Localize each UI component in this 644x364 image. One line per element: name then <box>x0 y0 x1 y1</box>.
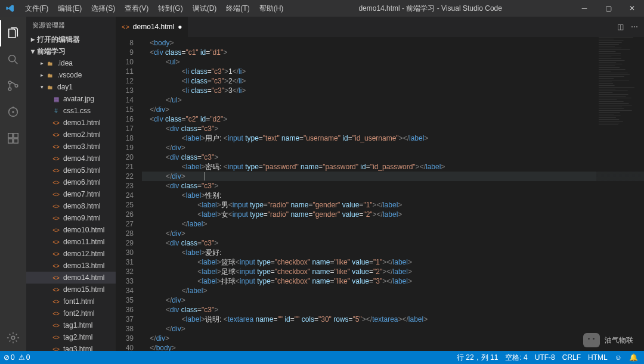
svg-rect-15 <box>599 44 619 45</box>
svg-rect-7 <box>14 133 18 138</box>
tree-row[interactable]: ▦avatar.jpg <box>26 93 116 105</box>
svg-rect-25 <box>599 62 616 63</box>
status-warnings[interactable]: ⚠ 0 <box>18 353 30 362</box>
svg-point-0 <box>9 55 16 62</box>
status-eol[interactable]: CRLF <box>562 353 581 362</box>
status-errors[interactable]: ⊘ 0 <box>4 353 15 362</box>
minimize-button[interactable]: ─ <box>572 0 596 17</box>
extensions-icon[interactable] <box>0 125 26 151</box>
html-icon: <> <box>51 166 61 175</box>
svg-rect-13 <box>599 41 623 41</box>
svg-rect-58 <box>599 121 623 122</box>
svg-rect-20 <box>599 53 621 54</box>
tree-row[interactable]: ▸🖿.idea <box>26 57 116 69</box>
open-editors-section[interactable]: ▸打开的编辑器 <box>26 33 116 45</box>
tree-row[interactable]: #css1.css <box>26 105 116 117</box>
tree-row[interactable]: <>demo2.html <box>26 129 116 141</box>
file-label: demo13.html <box>63 262 104 270</box>
menu-item[interactable]: 帮助(H) <box>255 0 289 17</box>
tree-row[interactable]: <>demo12.html <box>26 248 116 260</box>
menu-item[interactable]: 选择(S) <box>86 0 120 17</box>
source-control-icon[interactable] <box>0 73 26 99</box>
html-icon: <> <box>51 189 61 199</box>
html-icon: <> <box>51 118 61 127</box>
tab-label: demo14.html <box>133 23 174 31</box>
tree-row[interactable]: ▾🖿day1 <box>26 81 116 93</box>
svg-rect-47 <box>599 101 624 102</box>
tree-row[interactable]: <>demo13.html <box>26 260 116 272</box>
svg-point-4 <box>9 108 18 117</box>
tree-row[interactable]: <>font1.html <box>26 295 116 307</box>
tree-row[interactable]: <>font2.html <box>26 307 116 319</box>
svg-rect-28 <box>599 67 620 68</box>
project-section[interactable]: ▾前端学习 <box>26 45 116 57</box>
status-notifications-icon[interactable]: 🔔 <box>629 353 638 362</box>
file-label: tag2.html <box>63 333 92 341</box>
html-icon: <> <box>51 154 61 163</box>
menu-item[interactable]: 转到(G) <box>153 0 187 17</box>
status-language[interactable]: HTML <box>588 353 608 362</box>
tree-row[interactable]: <>demo14.html <box>26 272 116 284</box>
status-feedback-icon[interactable]: ☺ <box>615 353 622 362</box>
file-label: day1 <box>57 83 73 91</box>
editor-tabs: <> demo14.html ● <box>116 17 188 37</box>
debug-icon[interactable] <box>0 99 26 125</box>
svg-point-10 <box>11 336 15 340</box>
svg-point-1 <box>8 81 11 84</box>
sidebar: 资源管理器 ▸打开的编辑器 ▾前端学习 ▸🖿.idea▸🖿.vscode▾🖿da… <box>26 17 116 351</box>
wechat-icon <box>583 333 600 347</box>
search-icon[interactable] <box>0 46 26 73</box>
svg-rect-34 <box>599 78 614 79</box>
settings-gear-icon[interactable] <box>0 325 26 351</box>
file-label: avatar.jpg <box>63 95 94 103</box>
tree-row[interactable]: <>demo11.html <box>26 236 116 248</box>
open-editors-label: 打开的编辑器 <box>37 35 80 45</box>
tree-row[interactable]: <>demo1.html <box>26 117 116 129</box>
tree-row[interactable]: <>demo15.html <box>26 284 116 295</box>
svg-rect-29 <box>599 69 626 70</box>
title-bar: 文件(F)编辑(E)选择(S)查看(V)转到(G)调试(D)终端(T)帮助(H)… <box>0 0 644 17</box>
status-indent[interactable]: 空格: 4 <box>505 353 527 363</box>
status-cursor-pos[interactable]: 行 22，列 11 <box>457 353 498 363</box>
close-button[interactable]: ✕ <box>620 0 644 17</box>
menu-item[interactable]: 查看(V) <box>120 0 153 17</box>
tree-row[interactable]: <>tag3.html <box>26 343 116 351</box>
status-encoding[interactable]: UTF-8 <box>535 353 555 362</box>
img-icon: ▦ <box>51 94 61 104</box>
svg-rect-16 <box>599 46 615 46</box>
svg-rect-57 <box>599 119 619 120</box>
menu-item[interactable]: 调试(D) <box>188 0 222 17</box>
file-label: demo10.html <box>63 226 104 234</box>
more-actions-icon[interactable]: ⋯ <box>631 23 638 31</box>
tree-row[interactable]: <>tag1.html <box>26 319 116 331</box>
file-label: demo14.html <box>63 273 104 282</box>
tree-row[interactable]: <>demo10.html <box>26 224 116 236</box>
menu-item[interactable]: 文件(F) <box>20 0 53 17</box>
tree-row[interactable]: <>demo8.html <box>26 200 116 212</box>
svg-rect-19 <box>599 51 615 52</box>
tree-row[interactable]: <>demo7.html <box>26 188 116 200</box>
menu-item[interactable]: 编辑(E) <box>53 0 86 17</box>
menu-item[interactable]: 终端(T) <box>221 0 254 17</box>
tree-row[interactable]: <>demo6.html <box>26 176 116 188</box>
maximize-button[interactable]: ▢ <box>596 0 620 17</box>
tree-row[interactable]: <>demo9.html <box>26 212 116 224</box>
tab-demo14[interactable]: <> demo14.html ● <box>116 17 188 37</box>
svg-rect-37 <box>599 83 613 84</box>
svg-rect-50 <box>599 107 622 107</box>
file-label: demo7.html <box>63 190 101 198</box>
file-label: demo8.html <box>63 202 101 210</box>
file-label: demo1.html <box>63 119 101 127</box>
html-icon: <> <box>51 321 61 330</box>
tree-row[interactable]: ▸🖿.vscode <box>26 69 116 81</box>
tree-row[interactable]: <>demo4.html <box>26 153 116 164</box>
minimap[interactable] <box>596 37 644 351</box>
svg-rect-52 <box>599 110 632 111</box>
tree-row[interactable]: <>demo5.html <box>26 164 116 176</box>
tree-row[interactable]: <>demo3.html <box>26 141 116 153</box>
tree-row[interactable]: <>tag2.html <box>26 331 116 343</box>
split-editor-icon[interactable]: ◫ <box>617 23 624 31</box>
code-editor[interactable]: <body> <div class="c1" id="d1"> <ul> <li… <box>142 37 644 351</box>
explorer-icon[interactable] <box>0 20 26 46</box>
svg-rect-11 <box>599 37 633 38</box>
